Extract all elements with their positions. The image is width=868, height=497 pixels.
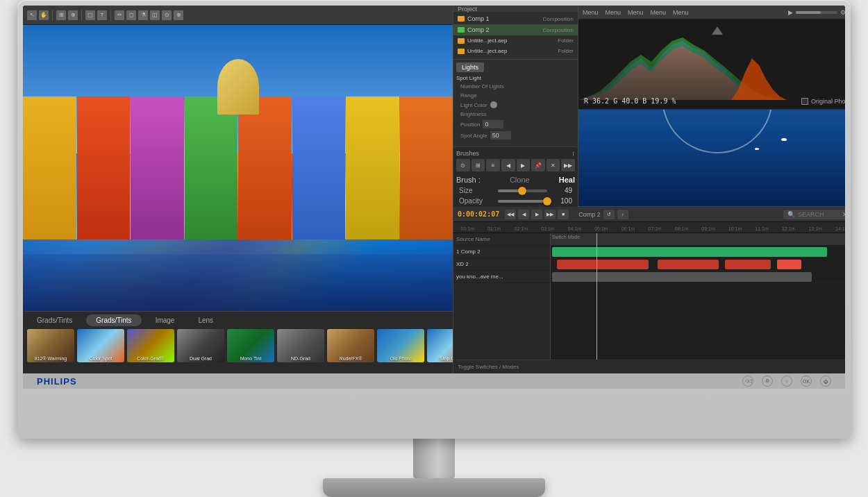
ctrl-ok-icon[interactable]: OK (801, 376, 812, 387)
viewer-settings-btn[interactable]: ⚙ (840, 9, 845, 16)
filter-thumbnails: 812® Warming Color Spot Color-Grad® Dual… (23, 329, 453, 362)
ruler-1: 01:1m (482, 226, 508, 231)
track-audio-row[interactable]: you kno...ave me... (453, 271, 550, 283)
project-item-aep2[interactable]: Untitle...ject.aep Folder (453, 46, 578, 56)
brush-more-btn[interactable]: ▶▶ (561, 159, 575, 171)
size-track[interactable] (498, 189, 547, 192)
thumb-nd-grad[interactable]: ND-Grad (277, 329, 324, 362)
tl-back-btn[interactable]: ◀ (518, 210, 529, 219)
track-xd2-row[interactable]: XD 2 (453, 258, 550, 271)
clip-xd2-2[interactable] (658, 260, 719, 269)
project-item-comp2[interactable]: Comp 2 Composition (453, 24, 578, 35)
spot-angle-input[interactable] (490, 131, 511, 140)
brush-fwd-btn[interactable]: ▶ (517, 159, 531, 171)
eraser-icon[interactable]: ◫ (150, 10, 160, 20)
viewer-play-btn[interactable]: ▶ (788, 9, 793, 16)
position-label: Position (460, 121, 480, 128)
brush-back-btn[interactable]: ◀ (501, 159, 515, 171)
lights-section: Lights Spot Light Number Of Lights Range… (453, 59, 578, 144)
ctrl-menu-icon[interactable]: ⚙ (762, 376, 773, 387)
tl-audio-btn[interactable]: ♪ (617, 210, 628, 219)
track-headers: Source Name 1 Comp 2 XD 2 you kno...ave … (453, 233, 845, 360)
track-content: Switch Mode (551, 233, 845, 360)
tab-grads-tints[interactable]: Grads/Tints (27, 314, 82, 326)
brush-pin-btn[interactable]: 📌 (531, 159, 545, 171)
size-value: 49 (551, 187, 572, 194)
heal-icon[interactable]: ⊕ (174, 10, 183, 20)
thumb-dual-grad[interactable]: Dual Grad (177, 329, 224, 362)
ctrl-power-btn[interactable]: ⏻ (820, 376, 831, 387)
project-item-aep1[interactable]: Untitle...ject.aep Folder (453, 35, 578, 46)
pen-tool-icon[interactable]: ✏ (115, 10, 124, 20)
brush-tool-icon[interactable]: ▢ (85, 10, 95, 20)
stamp-icon[interactable]: ⊙ (162, 10, 172, 20)
heal-label[interactable]: Heal (559, 176, 575, 184)
tab-grads-tints-active[interactable]: Grads/Tints (86, 314, 141, 326)
tl-rewind-btn[interactable]: ◀◀ (505, 210, 516, 219)
size-label: Size (459, 187, 494, 194)
range-label: Range (460, 92, 477, 99)
opacity-track[interactable] (498, 200, 547, 203)
size-thumb[interactable] (518, 187, 526, 195)
select-tool-icon[interactable]: ↖ (27, 10, 37, 20)
thumb-812-warming[interactable]: 812® Warming (27, 329, 74, 362)
brush-tool-btn[interactable]: ⊙ (456, 159, 470, 171)
source-name-header: Source Name (456, 236, 490, 242)
tl-fwd-btn[interactable]: ▶▶ (544, 210, 556, 219)
playhead[interactable] (596, 233, 597, 360)
thumb-nude-fx[interactable]: Nude/FX® (327, 329, 374, 362)
thumb-mono-tint[interactable]: Mono Tint (227, 329, 274, 362)
move-tool-icon[interactable]: ✋ (39, 10, 49, 20)
clip-xd2-3[interactable] (725, 260, 771, 269)
menu-item-1[interactable]: Menu (583, 9, 599, 16)
text-tool-icon[interactable]: T (97, 10, 107, 20)
tl-play-btn[interactable]: ▶ (531, 210, 542, 219)
brush-grid-btn[interactable]: ⊞ (471, 159, 485, 171)
clip-audio-main[interactable] (552, 272, 812, 282)
search-clear-icon[interactable]: ✕ (842, 211, 845, 218)
folder-icon-1 (458, 16, 465, 22)
search-input[interactable] (798, 211, 840, 218)
thumb-color-spot[interactable]: Color Spot (77, 329, 124, 362)
clone-label[interactable]: Clone (510, 176, 530, 184)
menu-item-4[interactable]: Menu (651, 9, 667, 16)
clip-xd2-1[interactable] (557, 260, 649, 269)
viewer-progress[interactable] (796, 11, 837, 14)
lights-button[interactable]: Lights (456, 62, 484, 72)
original-photo-checkbox[interactable] (801, 98, 808, 105)
ruler-12: 12:1m (776, 226, 801, 231)
clip-xd2-4[interactable] (777, 260, 801, 269)
clip-comp-main[interactable] (552, 247, 827, 257)
ctrl-power-icon[interactable]: ◁◁ (742, 376, 753, 387)
ctrl-up-icon[interactable]: ↑ (781, 376, 792, 387)
viewer-controls: ▶ ⚙ ≡ (788, 9, 845, 16)
menu-item-2[interactable]: Menu (606, 9, 621, 16)
eyedropper-icon[interactable]: ⚗ (138, 10, 148, 20)
project-item-comp1[interactable]: Comp 1 Composition (453, 13, 578, 24)
opacity-thumb[interactable] (543, 197, 551, 205)
thumb-color-grad[interactable]: Color-Grad® (127, 329, 174, 362)
shape-tool-icon[interactable]: ◻ (126, 10, 136, 20)
tl-loop-btn[interactable]: ↺ (603, 210, 615, 219)
brush-close-btn[interactable]: ✕ (546, 159, 560, 171)
tl-stop-btn[interactable]: ■ (558, 210, 569, 219)
brush-list-btn[interactable]: ≡ (486, 159, 500, 171)
thumb-strip-grad[interactable]: Strip Grad (427, 329, 453, 362)
original-photo-label: Original Photo (811, 98, 845, 105)
zoom-tool-icon[interactable]: ⊕ (68, 10, 78, 20)
color-swatch[interactable] (490, 101, 497, 108)
monitor: ↖ ✋ ⊞ ⊕ ▢ T ✏ ◻ ⚗ ◫ ⊙ ⊕ (17, 0, 851, 439)
number-label: Number Of Lights (460, 83, 504, 90)
timeline-controls: ◀◀ ◀ ▶ ▶▶ ■ (505, 210, 569, 219)
spot-angle-row: Spot Angle (456, 130, 575, 141)
track-comp2-row[interactable]: 1 Comp 2 (453, 246, 550, 258)
crop-tool-icon[interactable]: ⊞ (56, 10, 66, 20)
position-input[interactable] (483, 120, 503, 128)
tab-lens[interactable]: Lens (188, 314, 223, 326)
thumb-old-photo[interactable]: Old Photo (377, 329, 424, 362)
tab-image[interactable]: Image (146, 314, 185, 326)
menu-item-3[interactable]: Menu (628, 9, 644, 16)
thumb-label-3: Color-Grad® (127, 356, 174, 361)
menu-item-5[interactable]: Menu (673, 9, 689, 16)
stand-base (323, 478, 545, 497)
